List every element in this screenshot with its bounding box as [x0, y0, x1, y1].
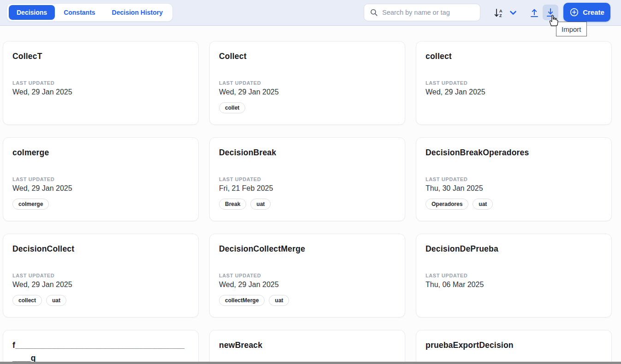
decision-title: collect [426, 50, 602, 63]
decision-card[interactable]: DecisionBreakOperadores LAST UPDATED Thu… [416, 137, 612, 221]
tab-decision-history[interactable]: Decision History [104, 5, 171, 20]
search-input[interactable] [382, 9, 474, 16]
last-updated-label: LAST UPDATED [12, 176, 189, 182]
last-updated-label: LAST UPDATED [12, 80, 189, 86]
last-updated-label: LAST UPDATED [426, 273, 602, 278]
decision-card[interactable]: DecisionCollect LAST UPDATED Wed, 29 Jan… [3, 234, 199, 317]
export-icon[interactable] [526, 5, 542, 21]
decision-card[interactable]: DecisionBreak LAST UPDATED Fri, 21 Feb 2… [209, 137, 405, 221]
tag-row: Operadores uat [426, 199, 602, 210]
decision-title: colmerge [12, 146, 189, 159]
decision-title: pruebaExportDecision [426, 339, 602, 352]
tag-badge: collect [12, 295, 42, 306]
decision-card[interactable]: DecisionCollectMerge LAST UPDATED Wed, 2… [209, 234, 405, 317]
last-updated-label: LAST UPDATED [426, 80, 602, 86]
last-updated-date: Wed, 29 Jan 2025 [219, 281, 396, 289]
sort-az-icon[interactable]: A Z [491, 6, 505, 20]
decision-card[interactable]: colmerge LAST UPDATED Wed, 29 Jan 2025 c… [3, 137, 199, 221]
decision-card[interactable]: f_______________________________________… [3, 330, 199, 364]
last-updated-label: LAST UPDATED [12, 273, 189, 278]
sort-chevron-down-icon[interactable] [506, 6, 520, 20]
tag-badge: uat [473, 199, 493, 210]
last-updated-label: LAST UPDATED [426, 176, 602, 182]
view-tab-group: Decisions Constants Decision History [6, 3, 173, 22]
tag-badge: colmerge [12, 199, 49, 210]
decision-title: DecisionCollectMerge [219, 242, 396, 255]
tag-row: collet [219, 102, 396, 113]
decision-card[interactable]: pruebaExportDecision LAST UPDATED [416, 330, 612, 364]
last-updated-label: LAST UPDATED [219, 273, 396, 278]
decision-card[interactable]: DecisionDePrueba LAST UPDATED Thu, 06 Ma… [416, 234, 612, 317]
decision-card-grid: CollecT LAST UPDATED Wed, 29 Jan 2025 Co… [0, 26, 621, 364]
decision-title: DecisionBreakOperadores [426, 146, 602, 159]
last-updated-date: Thu, 30 Jan 2025 [426, 184, 602, 193]
last-updated-date: Wed, 29 Jan 2025 [426, 88, 602, 96]
decision-title: Collect [219, 50, 396, 63]
plus-circle-icon [569, 7, 579, 17]
top-toolbar: Decisions Constants Decision History A Z [0, 0, 621, 26]
tag-badge: collectMerge [219, 295, 265, 306]
tab-decisions[interactable]: Decisions [9, 5, 55, 20]
search-icon [370, 8, 378, 17]
tag-badge: uat [269, 295, 289, 306]
tab-constants[interactable]: Constants [56, 5, 103, 20]
tag-row: Break uat [219, 199, 396, 210]
tag-badge: collet [219, 102, 245, 113]
tag-badge: Operadores [426, 199, 468, 210]
tag-row: collectMerge uat [219, 295, 396, 306]
tag-badge: Break [219, 199, 246, 210]
tag-badge: uat [46, 295, 66, 306]
last-updated-date: Thu, 06 Mar 2025 [426, 281, 602, 289]
last-updated-date: Wed, 29 Jan 2025 [12, 88, 189, 96]
decision-title: newBreack [219, 339, 396, 352]
decision-title: CollecT [12, 50, 189, 63]
tag-row: collect uat [12, 295, 189, 306]
svg-text:A: A [499, 9, 503, 13]
decision-title: DecisionCollect [12, 242, 189, 255]
decision-title: f_______________________________________… [12, 339, 189, 364]
last-updated-label: LAST UPDATED [219, 80, 396, 86]
decision-title: DecisionDePrueba [426, 242, 602, 255]
last-updated-label: LAST UPDATED [219, 176, 396, 182]
decision-card[interactable]: collect LAST UPDATED Wed, 29 Jan 2025 [416, 41, 612, 125]
search-box [364, 4, 480, 21]
last-updated-date: Wed, 29 Jan 2025 [219, 88, 396, 96]
import-tooltip: Import [556, 22, 587, 36]
tag-badge: uat [250, 199, 271, 210]
last-updated-date: Wed, 29 Jan 2025 [12, 184, 189, 193]
import-icon[interactable] [543, 5, 558, 20]
decision-card[interactable]: newBreack LAST UPDATED [209, 330, 405, 364]
create-button-label: Create [583, 8, 604, 16]
create-button[interactable]: Create [563, 3, 610, 22]
last-updated-date: Fri, 21 Feb 2025 [219, 184, 396, 193]
decision-card[interactable]: Collect LAST UPDATED Wed, 29 Jan 2025 co… [209, 41, 405, 125]
horizontal-scrollbar[interactable] [0, 362, 621, 364]
tag-row: colmerge [12, 199, 189, 210]
svg-text:Z: Z [499, 13, 502, 18]
decision-card[interactable]: CollecT LAST UPDATED Wed, 29 Jan 2025 [3, 41, 199, 125]
decision-title: DecisionBreak [219, 146, 396, 159]
last-updated-date: Wed, 29 Jan 2025 [12, 281, 189, 289]
